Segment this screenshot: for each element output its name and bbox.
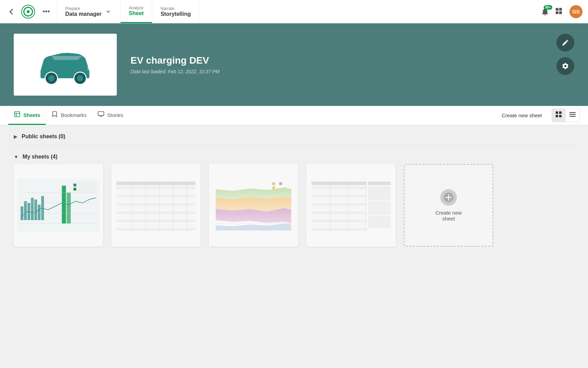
svg-rect-37 <box>74 184 76 186</box>
prepare-dropdown-button[interactable] <box>104 9 112 14</box>
car-icon <box>34 42 96 87</box>
svg-rect-42 <box>116 191 195 194</box>
create-new-sheet-label: Create newsheet <box>436 210 462 221</box>
view-toggle <box>552 109 580 122</box>
logo-dot <box>27 10 30 13</box>
list-view-icon <box>569 111 576 118</box>
app-logo <box>21 5 35 19</box>
grid-view-button[interactable] <box>552 109 566 122</box>
sheet-card-rawdata[interactable]: Raw data <box>111 164 201 247</box>
nav-analyze-text: Analyze Sheet <box>129 6 144 17</box>
sheet-thumb-overview <box>14 164 103 247</box>
nav-section-analyze[interactable]: Analyze Sheet <box>121 0 152 23</box>
calendar-thumb-svg <box>310 179 392 232</box>
list-view-button[interactable] <box>566 109 579 122</box>
svg-rect-82 <box>312 228 366 231</box>
nav-analyze-label: Analyze <box>129 6 144 10</box>
svg-rect-44 <box>116 199 195 202</box>
hero-section: EV charging DEV Data last loaded: Feb 12… <box>0 23 588 106</box>
settings-button[interactable] <box>556 57 574 75</box>
svg-rect-30 <box>62 186 66 224</box>
data-last-loaded: Data last loaded: Feb 12, 2022, 10:37 PM <box>131 69 574 74</box>
create-new-sheet-button-tabs[interactable]: Create new sheet <box>496 110 547 121</box>
nav-right-area: 99+ GS <box>535 0 588 23</box>
public-sheets-header[interactable]: ▶ Public sheets (0) <box>14 133 574 140</box>
public-sheets-title: Public sheets (0) <box>22 133 65 140</box>
main-content: ▶ Public sheets (0) ▼ My sheets (4) <box>0 125 588 255</box>
svg-rect-74 <box>312 203 366 206</box>
more-dots: ••• <box>43 8 50 15</box>
svg-rect-17 <box>556 115 558 117</box>
svg-rect-77 <box>312 211 366 214</box>
my-sheets-header[interactable]: ▼ My sheets (4) <box>14 154 574 160</box>
svg-rect-63 <box>272 182 275 185</box>
svg-rect-79 <box>368 216 391 228</box>
svg-rect-67 <box>312 182 366 185</box>
svg-rect-49 <box>116 219 195 223</box>
svg-rect-20 <box>569 114 576 115</box>
svg-rect-73 <box>312 199 366 202</box>
public-sheets-divider <box>14 145 574 145</box>
svg-rect-16 <box>559 111 562 114</box>
svg-rect-45 <box>116 203 195 206</box>
more-options-button[interactable]: ••• <box>39 6 53 18</box>
tab-stories[interactable]: Stories <box>92 106 129 125</box>
logo-inner <box>23 7 33 17</box>
svg-rect-31 <box>67 193 71 224</box>
bookmark-svg-icon <box>51 111 58 118</box>
tab-bookmarks[interactable]: Bookmarks <box>46 106 92 125</box>
tab-bookmarks-label: Bookmarks <box>61 112 87 118</box>
svg-rect-18 <box>559 115 562 117</box>
nav-back-area: ••• <box>0 0 57 23</box>
stories-svg-icon <box>98 111 104 118</box>
svg-rect-2 <box>556 11 558 14</box>
my-sheets-toggle-icon: ▼ <box>14 154 19 160</box>
nav-narrate-title: Storytelling <box>160 11 191 17</box>
nav-section-prepare[interactable]: Prepare Data manager <box>57 0 121 23</box>
back-button[interactable] <box>5 6 17 18</box>
overview-thumb-svg <box>17 179 100 232</box>
edit-button[interactable] <box>556 34 574 52</box>
svg-rect-0 <box>556 8 558 11</box>
grid-icon <box>555 7 564 16</box>
svg-rect-14 <box>98 111 104 116</box>
nav-narrate-text: Narrate Storytelling <box>160 6 191 17</box>
svg-point-6 <box>48 75 55 82</box>
svg-rect-3 <box>559 11 562 14</box>
sheets-svg-icon <box>14 111 21 118</box>
nav-prepare-title: Data manager <box>65 11 102 17</box>
notifications-button[interactable]: 99+ <box>541 7 550 16</box>
svg-rect-15 <box>556 111 558 114</box>
energy-thumb-svg <box>212 179 295 232</box>
user-avatar[interactable]: GS <box>569 5 583 18</box>
tab-stories-label: Stories <box>107 112 123 118</box>
pencil-icon <box>562 39 569 46</box>
svg-rect-68 <box>368 182 391 185</box>
svg-rect-27 <box>34 199 37 220</box>
app-thumbnail <box>14 34 117 96</box>
svg-rect-81 <box>312 224 366 227</box>
sheet-card-overview[interactable]: Overview <box>14 164 103 247</box>
svg-rect-72 <box>312 195 366 198</box>
app-title: EV charging DEV <box>131 55 574 66</box>
create-new-sheet-card[interactable]: Create newsheet <box>404 164 493 247</box>
sheet-card-energy[interactable]: Energy share per box <box>209 164 298 247</box>
public-sheets-toggle-icon: ▶ <box>14 134 18 139</box>
apps-grid-button[interactable] <box>555 7 564 16</box>
svg-rect-76 <box>312 207 366 210</box>
sheet-thumb-energy <box>209 164 298 247</box>
sheet-card-calendar[interactable]: Calendar flags <box>306 164 396 247</box>
hero-actions <box>556 34 574 75</box>
rawdata-thumb-svg <box>115 179 197 232</box>
nav-prepare-label: Prepare <box>65 6 102 11</box>
svg-rect-50 <box>116 224 195 227</box>
nav-section-narrate[interactable]: Narrate Storytelling <box>152 0 199 23</box>
svg-rect-41 <box>116 186 195 190</box>
svg-rect-28 <box>38 205 41 220</box>
svg-rect-71 <box>312 191 366 194</box>
svg-rect-47 <box>116 211 195 214</box>
stories-icon <box>98 111 104 119</box>
tab-sheets[interactable]: Sheets <box>8 106 46 125</box>
nav-prepare-text: Prepare Data manager <box>65 6 102 17</box>
svg-rect-70 <box>368 186 391 200</box>
